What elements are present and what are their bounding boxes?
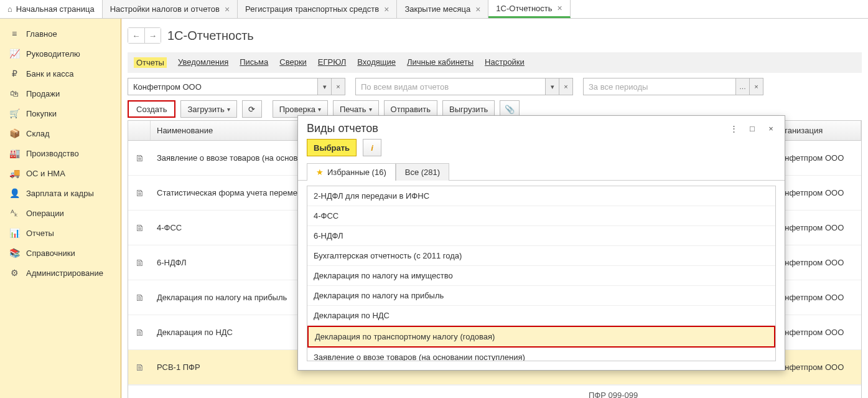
org-input[interactable] <box>128 78 317 95</box>
chart-icon: 📈 <box>9 49 20 59</box>
dropdown-button[interactable]: ▾ <box>317 78 331 95</box>
filter-report-type: ▾ × <box>355 78 573 95</box>
create-button[interactable]: Создать <box>128 100 175 118</box>
load-button[interactable]: Загрузить▾ <box>180 100 236 118</box>
tab-tax-settings[interactable]: Настройки налогов и отчетов × <box>103 0 238 18</box>
subtab-reports[interactable]: Отчеты <box>134 57 167 68</box>
close-icon[interactable]: × <box>384 4 389 14</box>
chevron-down-icon: ▾ <box>369 106 372 113</box>
list-item[interactable]: 4-ФСС <box>307 206 775 226</box>
subtab-notifications[interactable]: Уведомления <box>178 57 228 68</box>
period-input[interactable] <box>584 78 735 95</box>
document-icon: 🗎 <box>135 257 144 268</box>
forward-button[interactable]: → <box>144 28 161 43</box>
sidebar-item-reports[interactable]: 📊Отчеты <box>0 223 121 243</box>
sidebar-item-sales[interactable]: 🛍Продажи <box>0 83 121 103</box>
document-icon: 🗎 <box>135 362 144 372</box>
row-org: онфетпром ООО <box>774 254 861 271</box>
top-tab-bar: ⌂ Начальная страница Настройки налогов и… <box>0 0 868 19</box>
col-org[interactable]: рганизация <box>774 121 861 140</box>
sidebar-item-purchases[interactable]: 🛒Покупки <box>0 103 121 123</box>
row-org: онфетпром ООО <box>774 219 861 236</box>
books-icon: 📚 <box>9 248 20 258</box>
person-icon: 👤 <box>9 188 20 198</box>
row-icon: 🗎 <box>128 149 151 167</box>
cart-icon: 🛒 <box>9 108 20 118</box>
table-footer: ПФР 099-099 <box>128 385 861 398</box>
bag-icon: 🛍 <box>9 88 20 98</box>
back-button[interactable]: ← <box>128 28 144 43</box>
subtabs: Отчеты Уведомления Письма Сверки ЕГРЮЛ В… <box>128 52 862 73</box>
clear-button[interactable]: × <box>331 78 345 95</box>
subtab-egrul[interactable]: ЕГРЮЛ <box>318 57 346 68</box>
row-icon: 🗎 <box>128 253 151 272</box>
more-button[interactable]: … <box>735 78 749 95</box>
sidebar-item-manager[interactable]: 📈Руководителю <box>0 44 121 64</box>
clear-button[interactable]: × <box>559 78 572 95</box>
list-item[interactable]: 6-НДФЛ <box>307 226 775 246</box>
list-item[interactable]: Декларация по НДС <box>307 306 775 326</box>
clear-button[interactable]: × <box>749 78 763 95</box>
truck-icon: 🚚 <box>9 168 20 178</box>
maximize-icon[interactable]: □ <box>747 124 757 133</box>
list-item[interactable]: Декларация по налогу на прибыль <box>307 286 775 306</box>
sidebar-item-refs[interactable]: 📚Справочники <box>0 243 121 263</box>
sidebar-item-warehouse[interactable]: 📦Склад <box>0 123 121 143</box>
bars-icon: 📊 <box>9 228 20 238</box>
row-icon: 🗎 <box>128 323 151 341</box>
filter-period: … × <box>583 78 763 95</box>
more-icon[interactable]: ⋮ <box>729 124 739 133</box>
report-type-list[interactable]: 2-НДФЛ для передачи в ИФНС4-ФСС6-НДФЛБух… <box>307 186 776 361</box>
tab-vehicle-reg[interactable]: Регистрация транспортных средств × <box>238 0 397 18</box>
row-org: онфетпром ООО <box>774 324 861 341</box>
sidebar-item-bank[interactable]: ₽Банк и касса <box>0 64 121 83</box>
row-icon: 🗎 <box>128 219 151 237</box>
subtab-inbox[interactable]: Входящие <box>357 57 396 68</box>
filter-org: ▾ × <box>128 78 345 95</box>
row-icon: 🗎 <box>128 288 151 306</box>
gear-icon: ⚙ <box>9 268 20 278</box>
document-icon: 🗎 <box>135 153 144 163</box>
subtab-settings[interactable]: Настройки <box>485 57 525 68</box>
list-item[interactable]: Декларация по налогу на имущество <box>307 266 775 286</box>
box-icon: 📦 <box>9 128 20 138</box>
row-org: онфетпром ООО <box>774 149 861 166</box>
subtab-accounts[interactable]: Личные кабинеты <box>407 57 474 68</box>
info-button[interactable]: i <box>363 139 381 156</box>
list-item[interactable]: Декларация по транспортному налогу (годо… <box>307 326 775 348</box>
sidebar-item-assets[interactable]: 🚚ОС и НМА <box>0 163 121 183</box>
subtab-letters[interactable]: Письма <box>240 57 268 68</box>
list-item[interactable]: Заявление о ввозе товаров (на основании … <box>307 348 775 361</box>
document-icon: 🗎 <box>135 327 144 338</box>
sidebar-item-admin[interactable]: ⚙Администрирование <box>0 263 121 283</box>
tab-home[interactable]: ⌂ Начальная страница <box>0 0 103 18</box>
tab-home-label: Начальная страница <box>16 4 95 14</box>
document-icon: 🗎 <box>135 187 144 198</box>
sidebar-item-main[interactable]: ≡Главное <box>0 24 121 44</box>
close-icon[interactable]: × <box>225 4 230 14</box>
tab-month-close[interactable]: Закрытие месяца × <box>397 0 488 18</box>
list-item[interactable]: Бухгалтерская отчетность (с 2011 года) <box>307 246 775 266</box>
list-item[interactable]: 2-НДФЛ для передачи в ИФНС <box>307 186 775 206</box>
tab-favorites[interactable]: ★ Избранные (16) <box>307 163 396 181</box>
sidebar-item-hr[interactable]: 👤Зарплата и кадры <box>0 183 121 203</box>
refresh-button[interactable]: ⟳ <box>242 100 262 118</box>
close-icon[interactable]: × <box>475 4 480 14</box>
sidebar-item-operations[interactable]: ᴬₖОперации <box>0 203 121 223</box>
type-input[interactable] <box>356 78 545 95</box>
tab-all[interactable]: Все (281) <box>396 163 449 181</box>
subtab-reconcile[interactable]: Сверки <box>279 57 307 68</box>
row-org: онфетпром ООО <box>774 184 861 201</box>
dropdown-button[interactable]: ▾ <box>545 78 559 95</box>
row-org: онфетпром ООО <box>774 359 861 376</box>
choose-button[interactable]: Выбрать <box>307 139 357 156</box>
chevron-down-icon: ▾ <box>227 106 230 113</box>
tab-1c-reporting[interactable]: 1С-Отчетность × <box>488 0 570 18</box>
sidebar-item-production[interactable]: 🏭Производство <box>0 143 121 163</box>
report-types-dialog: Виды отчетов ⋮ □ × Выбрать i ★ Избранные… <box>297 115 785 371</box>
close-icon[interactable]: × <box>766 124 776 133</box>
document-icon: 🗎 <box>135 222 144 233</box>
chevron-down-icon: ▾ <box>318 106 321 113</box>
close-icon[interactable]: × <box>558 3 562 13</box>
page-title: 1С-Отчетность <box>167 29 254 43</box>
